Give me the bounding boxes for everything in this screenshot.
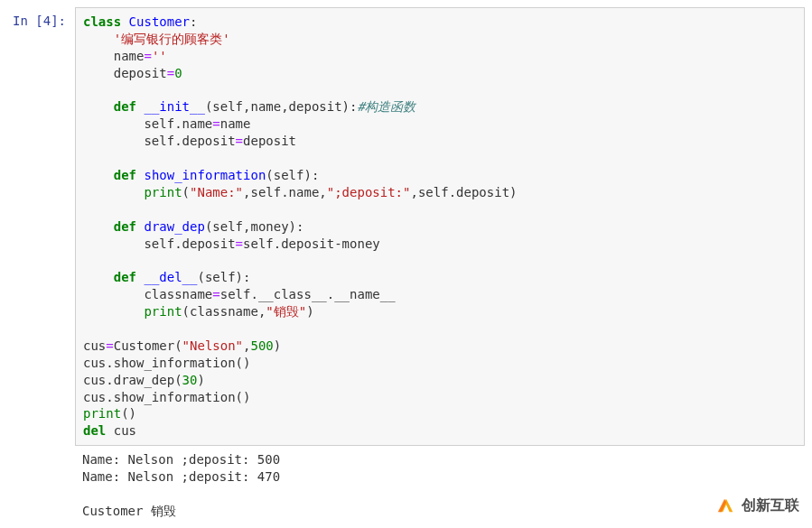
indent <box>83 236 144 251</box>
attr: deposit <box>114 66 167 80</box>
number: 500 <box>250 338 273 353</box>
signature: (self,money): <box>205 219 304 234</box>
lhs: classname <box>144 287 212 301</box>
rhs: name <box>220 116 251 131</box>
args: ,self.deposit) <box>410 185 517 199</box>
lhs: self.deposit <box>144 134 235 148</box>
keyword-def: def <box>114 168 136 182</box>
paren: ) <box>274 338 281 353</box>
keyword-def: def <box>114 270 136 284</box>
number: 0 <box>174 66 182 80</box>
keyword-def: def <box>114 99 136 114</box>
output-cell: Name: Nelson ;deposit: 500 Name: Nelson … <box>7 446 805 525</box>
input-prompt: In [4]: <box>7 7 75 30</box>
out-line: Customer 销毁 <box>82 504 176 518</box>
string: "Name:" <box>190 185 243 199</box>
fn-name: __init__ <box>144 99 204 114</box>
paren: ( <box>182 185 190 199</box>
fn-name: show_information <box>144 168 266 182</box>
output-prompt <box>7 446 75 451</box>
builtin-print: print <box>144 185 182 199</box>
call: Customer( <box>114 338 182 353</box>
indent <box>83 168 114 182</box>
space <box>106 423 113 438</box>
call: cus.draw_dep( <box>83 373 182 387</box>
signature: (self,name,deposit): <box>205 99 358 114</box>
input-cell: In [4]: class Customer: '编写银行的顾客类' name=… <box>7 7 805 446</box>
signature: (self): <box>197 270 250 284</box>
indent <box>83 49 114 63</box>
class-name: Customer <box>129 14 190 29</box>
eq: = <box>144 49 151 63</box>
out-line: Name: Nelson ;deposit: 470 <box>82 469 280 484</box>
string: ";deposit:" <box>327 185 411 199</box>
paren: () <box>121 406 136 421</box>
watermark: 创新互联 <box>716 496 799 515</box>
builtin-print: print <box>83 406 121 421</box>
eq: = <box>106 338 113 353</box>
indent <box>83 304 144 319</box>
indent <box>83 134 144 148</box>
indent <box>83 185 144 199</box>
out-line: Name: Nelson ;deposit: 500 <box>82 452 280 467</box>
stdout: Name: Nelson ;deposit: 500 Name: Nelson … <box>75 446 805 525</box>
fn-name: draw_dep <box>144 219 204 234</box>
indent <box>83 219 114 234</box>
keyword-class: class <box>83 14 121 29</box>
docstring: '编写银行的顾客类' <box>114 32 230 46</box>
string: '' <box>152 49 167 63</box>
lhs: cus <box>83 338 106 353</box>
space <box>121 14 128 29</box>
ident: cus <box>114 423 136 438</box>
args: ,self.name, <box>243 185 327 199</box>
signature: (self): <box>266 168 319 182</box>
indent <box>83 99 114 114</box>
string: "Nelson" <box>182 338 243 353</box>
eq: = <box>236 236 243 251</box>
stmt: cus.show_information() <box>83 356 250 370</box>
rhs: self.__class__.__name__ <box>220 287 396 301</box>
stmt: cus.show_information() <box>83 390 250 404</box>
keyword-del: del <box>83 423 106 438</box>
args: (classname, <box>182 304 266 319</box>
indent <box>83 32 114 46</box>
number: 30 <box>182 373 198 387</box>
indent <box>83 270 114 284</box>
builtin-print: print <box>144 304 182 319</box>
lhs: self.deposit <box>144 236 235 251</box>
paren: ) <box>197 373 204 387</box>
colon: : <box>190 14 197 29</box>
eq: = <box>212 287 219 301</box>
indent <box>83 287 144 301</box>
logo-icon <box>716 496 736 515</box>
rhs: deposit <box>243 134 296 148</box>
rhs: self.deposit-money <box>243 236 380 251</box>
keyword-def: def <box>114 219 136 234</box>
paren: ) <box>306 304 313 319</box>
eq: = <box>167 66 174 80</box>
string: "销毁" <box>266 304 306 319</box>
code-input[interactable]: class Customer: '编写银行的顾客类' name='' depos… <box>75 7 805 446</box>
lhs: self.name <box>144 116 212 131</box>
indent <box>83 66 114 80</box>
attr: name <box>114 49 145 63</box>
indent <box>83 116 144 131</box>
fn-name: __del__ <box>144 270 197 284</box>
watermark-text: 创新互联 <box>742 496 799 515</box>
eq: = <box>236 134 243 148</box>
comment: #构造函数 <box>357 99 415 114</box>
eq: = <box>212 116 219 131</box>
